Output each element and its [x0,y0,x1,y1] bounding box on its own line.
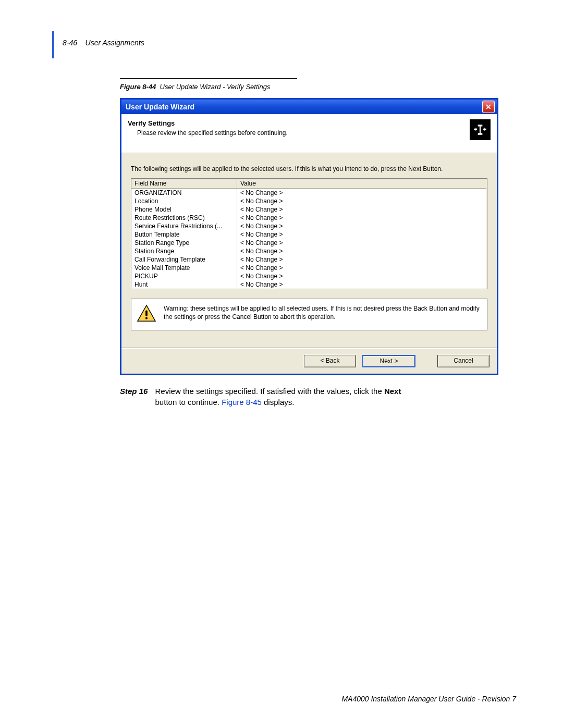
cell-value: < No Change > [237,239,487,247]
wizard-logo-icon [470,119,491,140]
button-spacer [422,355,431,367]
cell-value: < No Change > [237,280,487,289]
cell-value: < No Change > [237,255,487,264]
svg-rect-1 [145,311,148,316]
cell-field: Hunt [131,280,237,289]
dialog-header-title: Verify Settings [128,119,463,127]
cell-field: Phone Model [131,205,237,214]
next-button[interactable]: Next > [362,355,415,367]
table-row[interactable]: Station Range Type< No Change > [131,239,487,247]
cell-value: < No Change > [237,264,487,272]
dialog-title: User Update Wizard [126,103,194,111]
figure-title: User Update Wizard - Verify Settings [160,83,271,91]
warning-text: Warning: these settings will be applied … [164,304,482,321]
header-accent-rule [52,31,54,58]
cell-field: Station Range [131,247,237,255]
table-row[interactable]: ORGANIZATION< No Change > [131,189,487,197]
cell-value: < No Change > [237,197,487,205]
close-icon: ✕ [485,103,492,111]
running-header: 8-46 User Assignments [63,39,144,47]
cancel-button[interactable]: Cancel [437,355,489,367]
table-row[interactable]: Button Template< No Change > [131,230,487,239]
figure-label: Figure 8-44 [120,83,156,91]
page-footer: MA4000 Installation Manager User Guide -… [341,695,516,703]
cell-value: < No Change > [237,247,487,255]
dialog-titlebar[interactable]: User Update Wizard ✕ [121,100,497,114]
cell-field: Location [131,197,237,205]
step-instruction: Step 16 Review the settings specified. I… [120,386,495,409]
dialog-intro-text: The following settings will be applied t… [131,165,487,173]
warning-icon [137,304,156,324]
warning-panel: Warning: these settings will be applied … [131,299,487,330]
figure-caption: Figure 8-44 User Update Wizard - Verify … [120,83,516,91]
cell-value: < No Change > [237,189,487,197]
cell-field: Route Restrictions (RSC) [131,214,237,222]
table-row[interactable]: Phone Model< No Change > [131,205,487,214]
table-row[interactable]: Service Feature Restrictions (...< No Ch… [131,222,487,230]
cell-field: Station Range Type [131,239,237,247]
back-button[interactable]: < Back [304,355,356,367]
step-next-word: Next [384,387,401,396]
cell-value: < No Change > [237,214,487,222]
step-label: Step 16 [120,387,148,396]
cell-field: Call Forwarding Template [131,255,237,264]
svg-point-2 [145,317,148,319]
figure-rule [120,78,297,79]
table-row[interactable]: Route Restrictions (RSC)< No Change > [131,214,487,222]
table-row[interactable]: Voice Mail Template< No Change > [131,264,487,272]
close-button[interactable]: ✕ [482,101,495,113]
step-text-1: Review the settings specified. If satisf… [155,387,384,396]
cell-field: ORGANIZATION [131,189,237,197]
dialog-body: Verify Settings Please review the specif… [121,114,497,374]
user-update-wizard-dialog: User Update Wizard ✕ Verify Settings Ple… [120,98,498,375]
cell-value: < No Change > [237,272,487,280]
dialog-header-subtitle: Please review the specified settings bef… [128,129,463,137]
cell-value: < No Change > [237,222,487,230]
table-row[interactable]: Station Range< No Change > [131,247,487,255]
step-text-3: displays. [262,398,295,406]
dialog-header-panel: Verify Settings Please review the specif… [121,114,497,153]
section-title: User Assignments [85,39,144,47]
page-number: 8-46 [63,39,77,47]
figure-reference[interactable]: Figure 8-45 [222,398,262,406]
cell-value: < No Change > [237,230,487,239]
column-header-field[interactable]: Field Name [131,179,237,189]
settings-table: Field Name Value ORGANIZATION< No Change… [131,178,487,289]
table-row[interactable]: Location< No Change > [131,197,487,205]
column-header-value[interactable]: Value [237,179,487,189]
cell-field: Service Feature Restrictions (... [131,222,237,230]
cell-field: Button Template [131,230,237,239]
cell-field: Voice Mail Template [131,264,237,272]
dialog-button-bar: < Back Next > Cancel [121,348,497,374]
table-header-row: Field Name Value [131,179,487,189]
table-row[interactable]: Hunt< No Change > [131,280,487,289]
table-row[interactable]: Call Forwarding Template< No Change > [131,255,487,264]
cell-value: < No Change > [237,205,487,214]
step-text-2: button to continue. [155,398,222,406]
cell-field: PICKUP [131,272,237,280]
table-row[interactable]: PICKUP< No Change > [131,272,487,280]
